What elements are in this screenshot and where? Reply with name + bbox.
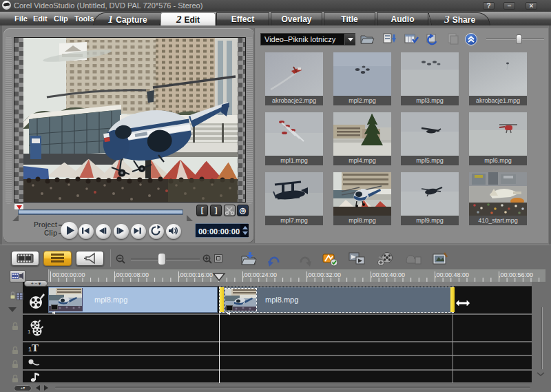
svg-text:,00:00:16:00: ,00:00:16:00 — [178, 271, 213, 278]
svg-text:,00:00:48:00: ,00:00:48:00 — [435, 271, 469, 278]
svg-text:,00:00:56:00: ,00:00:56:00 — [499, 271, 533, 278]
svg-text:,00:00:24:00: ,00:00:24:00 — [242, 271, 277, 278]
svg-text:,00:00:08:00: ,00:00:08:00 — [114, 271, 149, 278]
svg-text:,00:00:32:00: ,00:00:32:00 — [306, 271, 341, 278]
svg-text:00:00:00:00: 00:00:00:00 — [52, 271, 85, 278]
svg-text:1: 1 — [28, 329, 31, 335]
svg-text:,00:00:40:00: ,00:00:40:00 — [371, 271, 405, 278]
